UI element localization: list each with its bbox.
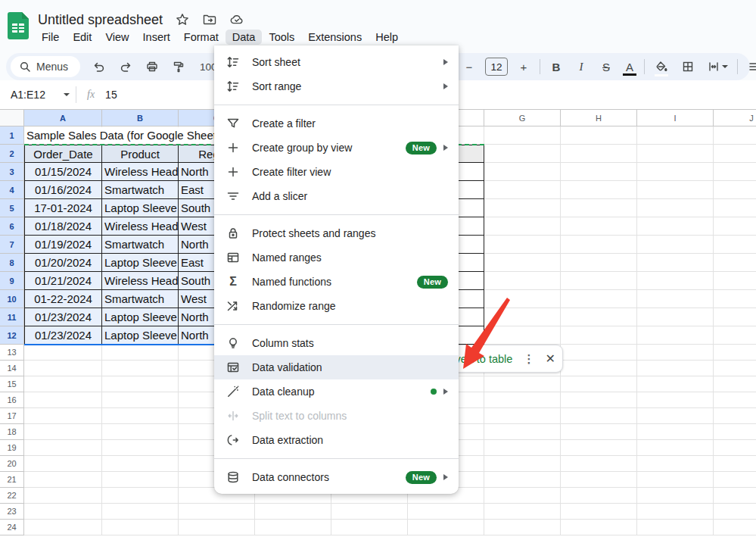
row-header-17[interactable]: 17 — [0, 408, 24, 424]
cell-B5[interactable]: Laptop Sleeve — [102, 199, 179, 217]
name-box-caret[interactable] — [64, 93, 70, 96]
decrease-font-size-button[interactable]: − — [460, 61, 478, 73]
cell-I16[interactable] — [637, 392, 714, 408]
menu-item-data-connectors[interactable]: Data connectorsNew — [214, 465, 459, 489]
cell-J18[interactable] — [714, 424, 756, 440]
menubar-item-view[interactable]: View — [98, 30, 135, 45]
cell-B9[interactable]: Wireless Headphones — [102, 272, 179, 290]
merge-cells-icon[interactable] — [705, 57, 730, 76]
row-header-15[interactable]: 15 — [0, 376, 24, 392]
row-header-10[interactable]: 10 — [0, 290, 24, 308]
cell-G15[interactable] — [484, 376, 561, 392]
cell-B3[interactable]: Wireless Headphones — [102, 163, 179, 181]
menu-item-data-validation[interactable]: Data validation — [214, 355, 459, 379]
cell-H15[interactable] — [561, 376, 637, 392]
cell-J23[interactable] — [714, 504, 756, 520]
cell-I7[interactable] — [637, 236, 714, 254]
print-icon[interactable] — [142, 57, 162, 76]
cell-B18[interactable] — [102, 424, 179, 440]
cell-I21[interactable] — [637, 472, 714, 488]
menu-item-add-a-slicer[interactable]: Add a slicer — [214, 184, 459, 208]
row-header-5[interactable]: 5 — [0, 199, 24, 217]
cell-J9[interactable] — [714, 272, 756, 290]
cell-A9[interactable]: 01/21/2024 — [24, 272, 102, 290]
menu-item-named-ranges[interactable]: Named ranges — [214, 245, 459, 270]
cell-A22[interactable] — [24, 488, 102, 504]
row-header-3[interactable]: 3 — [0, 163, 24, 181]
merge-dropdown-caret[interactable] — [722, 65, 728, 68]
cell-I6[interactable] — [637, 217, 714, 236]
column-header-B[interactable]: B — [102, 110, 179, 126]
cloud-saved-icon[interactable] — [229, 12, 244, 27]
cell-I9[interactable] — [637, 272, 714, 290]
cell-F24[interactable] — [408, 520, 484, 535]
row-header-14[interactable]: 14 — [0, 361, 24, 376]
cell-A7[interactable]: 01/19/2024 — [24, 236, 102, 254]
menu-item-named-functions[interactable]: ΣNamed functionsNew — [214, 270, 459, 294]
menu-item-data-cleanup[interactable]: Data cleanup — [214, 379, 459, 404]
cell-J22[interactable] — [714, 488, 756, 504]
cell-B13[interactable] — [102, 345, 179, 361]
cell-A20[interactable] — [24, 456, 102, 472]
font-size-input[interactable]: 12 — [485, 58, 508, 76]
cell-A12[interactable]: 01/23/2024 — [24, 326, 102, 345]
cell-J19[interactable] — [714, 440, 756, 456]
cell-G6[interactable] — [484, 217, 561, 236]
cell-G12[interactable] — [484, 326, 561, 345]
cell-I10[interactable] — [637, 290, 714, 308]
row-header-24[interactable]: 24 — [0, 520, 24, 535]
cell-I4[interactable] — [637, 181, 714, 199]
cell-G16[interactable] — [484, 392, 561, 408]
cell-B10[interactable]: Smartwatch — [102, 290, 179, 308]
cell-J12[interactable] — [714, 326, 756, 345]
cell-I11[interactable] — [637, 308, 714, 326]
cell-H3[interactable] — [561, 163, 637, 181]
cell-H2[interactable] — [561, 145, 637, 163]
cell-G19[interactable] — [484, 440, 561, 456]
menu-item-data-extraction[interactable]: Data extraction — [214, 428, 459, 452]
cell-A8[interactable]: 01/20/2024 — [24, 254, 102, 272]
cell-B17[interactable] — [102, 408, 179, 424]
cell-H24[interactable] — [561, 520, 637, 535]
row-header-12[interactable]: 12 — [0, 326, 24, 345]
cell-H23[interactable] — [561, 504, 637, 520]
row-header-23[interactable]: 23 — [0, 504, 24, 520]
undo-icon[interactable] — [89, 57, 109, 76]
cell-A2[interactable]: Order_Date — [24, 145, 102, 163]
menu-item-sort-range[interactable]: Sort range — [214, 74, 459, 98]
star-icon[interactable] — [175, 12, 190, 27]
bold-button[interactable]: B — [547, 61, 565, 73]
menu-item-create-a-filter[interactable]: Create a filter — [214, 111, 459, 136]
cell-I2[interactable] — [637, 145, 714, 163]
menubar-item-insert[interactable]: Insert — [136, 30, 177, 45]
column-header-I[interactable]: I — [637, 110, 714, 126]
cell-J11[interactable] — [714, 308, 756, 326]
cell-G1[interactable] — [484, 126, 561, 145]
italic-button[interactable]: I — [572, 61, 590, 73]
formula-input[interactable]: 15 — [105, 89, 117, 101]
cell-J15[interactable] — [714, 376, 756, 392]
cell-G5[interactable] — [484, 199, 561, 217]
cell-I19[interactable] — [637, 440, 714, 456]
cell-H16[interactable] — [561, 392, 637, 408]
menubar-item-data[interactable]: Data — [226, 30, 263, 45]
column-header-J[interactable]: J — [714, 110, 756, 126]
redo-icon[interactable] — [116, 57, 135, 76]
menu-item-column-stats[interactable]: Column stats — [214, 331, 459, 355]
cell-B15[interactable] — [102, 376, 179, 392]
cell-D24[interactable] — [255, 520, 331, 535]
cell-I5[interactable] — [637, 199, 714, 217]
cell-J13[interactable] — [714, 345, 756, 361]
select-all-corner[interactable] — [0, 110, 24, 126]
cell-J5[interactable] — [714, 199, 756, 217]
cell-A10[interactable]: 01-22-2024 — [24, 290, 102, 308]
cell-H19[interactable] — [561, 440, 637, 456]
cell-I13[interactable] — [637, 345, 714, 361]
cell-I20[interactable] — [637, 456, 714, 472]
menubar-item-tools[interactable]: Tools — [262, 30, 301, 45]
menu-item-create-filter-view[interactable]: Create filter view — [214, 160, 459, 184]
cell-J6[interactable] — [714, 217, 756, 236]
menubar-item-extensions[interactable]: Extensions — [301, 30, 369, 45]
move-folder-icon[interactable] — [202, 12, 217, 27]
cell-A14[interactable] — [24, 361, 102, 376]
